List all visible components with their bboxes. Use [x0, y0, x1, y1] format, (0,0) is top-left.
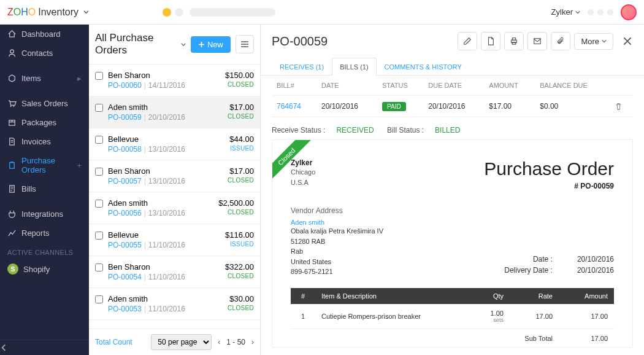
- search-placeholder: [190, 8, 275, 17]
- doc-number: # PO-00059: [484, 182, 614, 190]
- sidebar-item-label: Items: [21, 74, 41, 83]
- pager-range: 1 - 50: [226, 338, 245, 346]
- decorative-dots: [588, 9, 613, 15]
- pdf-button[interactable]: [481, 32, 500, 50]
- row-checkbox[interactable]: [95, 168, 103, 176]
- row-po-link[interactable]: PO-00058: [108, 145, 142, 154]
- pager-next-button[interactable]: ›: [251, 338, 254, 346]
- row-po-link[interactable]: PO-00055: [108, 241, 142, 249]
- bill-status-label: Bill Status :: [387, 126, 424, 135]
- sidebar-item-label: Sales Orders: [21, 99, 68, 108]
- decorative-dots: [163, 8, 183, 17]
- more-button[interactable]: More: [574, 33, 613, 50]
- row-po-link[interactable]: PO-00056: [108, 209, 142, 217]
- sidebar-item-label: Reports: [21, 228, 50, 238]
- row-checkbox[interactable]: [95, 263, 103, 271]
- row-po-link[interactable]: PO-00059: [108, 113, 142, 122]
- row-po-link[interactable]: PO-00053: [108, 305, 142, 313]
- integrations-icon: [7, 209, 17, 219]
- company-name: Zylker: [291, 158, 315, 167]
- brand[interactable]: ZOHO Inventory: [7, 7, 89, 18]
- trash-icon: [615, 103, 623, 111]
- date-value: 20/10/2016: [577, 255, 614, 263]
- email-button[interactable]: [527, 32, 547, 50]
- po-row[interactable]: Ben SharonPO-00060|14/11/2016$150.00CLOS…: [89, 64, 260, 96]
- pencil-icon: [463, 37, 472, 45]
- doc-title: Purchase Order: [484, 158, 614, 179]
- sidebar-item-reports[interactable]: Reports: [0, 224, 89, 243]
- row-checkbox[interactable]: [95, 232, 103, 240]
- row-date: 11/10/2016: [148, 305, 185, 313]
- org-switcher[interactable]: Zylker: [551, 7, 580, 17]
- pager-prev-button[interactable]: ‹: [218, 338, 220, 346]
- bills-header: STATUS: [377, 76, 423, 96]
- bill-status-value: BILLED: [435, 126, 460, 135]
- channel-shopify[interactable]: SShopify: [0, 259, 89, 279]
- chevron-down-icon: [602, 39, 607, 44]
- sidebar-item-dashboard[interactable]: Dashboard: [0, 25, 89, 44]
- row-date: 13/10/2016: [148, 209, 185, 217]
- bill-row[interactable]: 76467420/10/2016PAID20/10/2016$17.00$0.0…: [272, 96, 633, 117]
- invoices-icon: [7, 137, 17, 146]
- row-checkbox[interactable]: [95, 295, 103, 303]
- delete-bill-button[interactable]: [615, 103, 628, 111]
- row-checkbox[interactable]: [95, 200, 103, 208]
- total-count-link[interactable]: Total Count: [95, 338, 132, 346]
- edit-button[interactable]: [458, 32, 477, 50]
- sidebar-item-bills[interactable]: Bills: [0, 179, 89, 198]
- list-title[interactable]: All Purchase Orders: [95, 32, 186, 57]
- sidebar-item-integrations[interactable]: Integrations: [0, 205, 89, 224]
- row-date: 11/10/2016: [148, 273, 185, 281]
- paperclip-icon: [556, 37, 565, 45]
- collapse-sidebar-button[interactable]: [0, 340, 89, 355]
- tab-bills[interactable]: BILLS (1): [332, 58, 376, 76]
- row-vendor: Aden smith: [108, 198, 213, 208]
- row-status: CLOSED: [225, 81, 254, 88]
- row-vendor: Ben Sharon: [108, 262, 220, 271]
- sidebar-item-packages[interactable]: Packages: [0, 113, 89, 132]
- po-row[interactable]: Aden smithPO-00053|11/10/2016$30.00CLOSE…: [89, 288, 260, 320]
- purchase-orders-icon: [7, 161, 17, 170]
- print-button[interactable]: [504, 32, 524, 50]
- po-row[interactable]: BellevuePO-00055|11/10/2016$116.00ISSUED: [89, 224, 260, 256]
- row-status: CLOSED: [228, 305, 254, 311]
- po-row[interactable]: Aden smithPO-00059|20/10/2016$17.00CLOSE…: [89, 96, 260, 128]
- po-row[interactable]: Ben SharonPO-00054|11/10/2016$322.00CLOS…: [89, 256, 260, 288]
- subtotal-label: Sub Total: [291, 329, 559, 348]
- vendor-header: Vendor Address: [291, 206, 383, 215]
- add-button[interactable]: +: [77, 161, 82, 170]
- sidebar-item-sales-orders[interactable]: Sales Orders: [0, 94, 89, 113]
- po-row[interactable]: Ben SharonPO-00057|13/10/2016$17.00CLOSE…: [89, 160, 260, 192]
- po-row[interactable]: BellevuePO-00058|13/10/2016$44.00ISSUED: [89, 128, 260, 160]
- attach-button[interactable]: [551, 32, 570, 50]
- avatar[interactable]: [621, 4, 637, 20]
- row-po-link[interactable]: PO-00057: [108, 177, 142, 185]
- row-date: 14/11/2016: [148, 81, 185, 90]
- row-date: 20/10/2016: [148, 113, 185, 122]
- tab-comments[interactable]: COMMENTS & HISTORY: [377, 58, 470, 76]
- new-po-button[interactable]: New: [191, 36, 231, 53]
- mail-icon: [533, 37, 542, 45]
- sidebar-item-items[interactable]: Items▸: [0, 69, 89, 88]
- bill-link[interactable]: 764674: [277, 102, 301, 111]
- list-menu-button[interactable]: [236, 35, 254, 53]
- per-page-select[interactable]: 50 per page: [151, 334, 212, 350]
- row-po-link[interactable]: PO-00060: [108, 81, 142, 90]
- po-row[interactable]: Aden smithPO-00056|13/10/2016$2,500.00CL…: [89, 192, 260, 224]
- row-amount: $17.00: [228, 103, 254, 112]
- row-vendor: Aden smith: [108, 103, 223, 112]
- chevron-right-icon: ▸: [77, 74, 82, 83]
- bill-date: 20/10/2016: [316, 96, 377, 117]
- svg-point-2: [13, 106, 14, 107]
- sidebar-item-contacts[interactable]: Contacts: [0, 44, 89, 63]
- row-checkbox[interactable]: [95, 136, 103, 144]
- row-checkbox[interactable]: [95, 104, 103, 112]
- vendor-addr-3: Rab: [291, 246, 383, 257]
- sidebar-item-purchase-orders[interactable]: Purchase Orders+: [0, 151, 89, 179]
- tab-receives[interactable]: RECEIVES (1): [272, 58, 332, 76]
- row-checkbox[interactable]: [95, 72, 103, 80]
- vendor-name[interactable]: Aden smith: [291, 219, 383, 226]
- close-button[interactable]: [622, 36, 633, 47]
- sidebar-item-invoices[interactable]: Invoices: [0, 132, 89, 151]
- row-po-link[interactable]: PO-00054: [108, 273, 142, 281]
